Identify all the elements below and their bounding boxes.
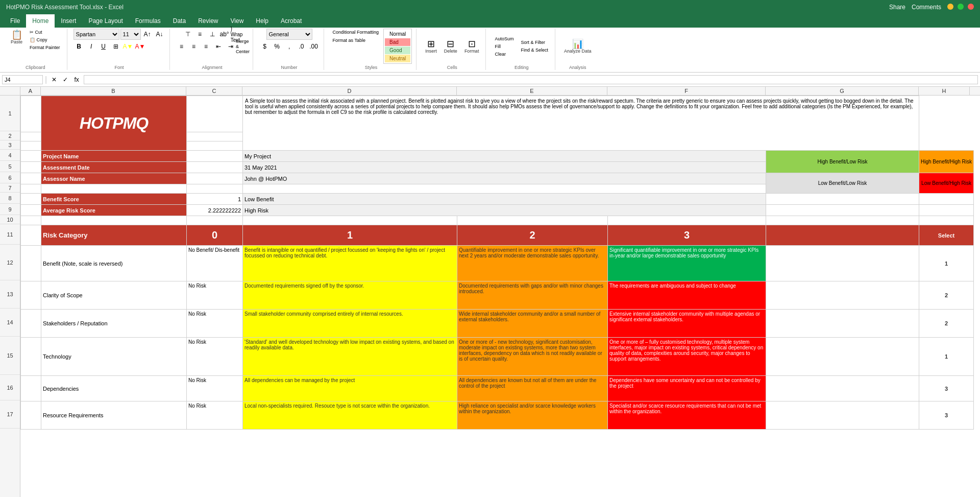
close-button[interactable] — [968, 4, 974, 10]
cell-f10[interactable] — [608, 216, 766, 225]
cell-a13[interactable] — [21, 281, 41, 310]
cell-g6[interactable]: Low Benefit/Low Risk — [766, 173, 919, 194]
cell-a9[interactable] — [21, 205, 41, 216]
cell-a2[interactable] — [21, 132, 41, 141]
cell-h8[interactable] — [919, 194, 974, 205]
cell-a11[interactable] — [21, 225, 41, 246]
tab-review[interactable]: Review — [192, 14, 224, 28]
italic-button[interactable]: I — [86, 41, 97, 52]
cell-c10[interactable] — [187, 216, 243, 225]
cell-b6[interactable]: Assessor Name — [41, 173, 187, 184]
cell-h9[interactable] — [919, 205, 974, 216]
bold-button[interactable]: B — [74, 41, 85, 52]
font-size-select[interactable]: 11 — [120, 29, 141, 40]
font-color-button[interactable]: A▼ — [135, 41, 146, 52]
cell-b8[interactable]: Benefit Score — [41, 194, 187, 205]
cell-a1[interactable] — [21, 96, 41, 132]
cell-c15[interactable]: No Risk — [187, 338, 243, 376]
copy-button[interactable]: 📋 Copy — [27, 36, 63, 43]
cell-d4[interactable]: My Project — [243, 151, 766, 162]
tab-page-layout[interactable]: Page Layout — [82, 14, 129, 28]
cell-a5[interactable] — [21, 162, 41, 173]
row-header-5[interactable]: 5 — [0, 161, 20, 172]
cell-d5[interactable]: 31 May 2021 — [243, 162, 766, 173]
cell-g4[interactable]: High Benefit/Low Risk — [766, 151, 919, 173]
cut-button[interactable]: ✂ Cut — [27, 29, 63, 36]
col-header-a[interactable]: A — [20, 87, 41, 95]
cell-b7[interactable] — [41, 184, 187, 194]
fill-color-button[interactable]: A▼ — [122, 41, 134, 52]
format-painter-button[interactable]: Format Painter — [27, 44, 63, 51]
cell-a17[interactable] — [21, 401, 41, 430]
align-top-button[interactable]: ⊤ — [182, 29, 193, 40]
col-header-e[interactable]: E — [457, 87, 607, 95]
cell-a6[interactable] — [21, 173, 41, 184]
cell-d15[interactable]: 'Standard' and well developed technology… — [243, 338, 457, 376]
tab-help[interactable]: Help — [250, 14, 275, 28]
cell-g11[interactable] — [766, 225, 919, 246]
cell-c13[interactable]: No Risk — [187, 281, 243, 310]
orientation-button[interactable]: ab° — [219, 29, 230, 40]
analyze-data-button[interactable]: 📊 Analyze Data — [561, 38, 594, 55]
cell-a12[interactable] — [21, 246, 41, 281]
row-header-9[interactable]: 9 — [0, 204, 20, 215]
comma-button[interactable]: , — [284, 41, 295, 52]
formula-input[interactable] — [84, 75, 978, 84]
row-header-8[interactable]: 8 — [0, 193, 20, 204]
tab-data[interactable]: Data — [167, 14, 192, 28]
insert-function-button[interactable]: fx — [71, 75, 82, 85]
cell-c8[interactable]: 1 — [187, 194, 243, 205]
style-bad[interactable]: Bad — [385, 38, 410, 46]
cell-c14[interactable]: No Risk — [187, 310, 243, 338]
cell-g12[interactable] — [766, 246, 919, 281]
tab-file[interactable]: File — [4, 14, 26, 28]
cell-g13[interactable] — [766, 281, 919, 310]
style-good[interactable]: Good — [385, 46, 410, 54]
cell-d14[interactable]: Small stakeholder community comprised en… — [243, 310, 457, 338]
grid-scroll[interactable]: HOTPMQ A Simple tool to assess the initi… — [20, 96, 980, 497]
maximize-button[interactable] — [958, 4, 964, 10]
cell-b4[interactable]: Project Name — [41, 151, 187, 162]
cancel-formula-button[interactable]: ✕ — [49, 75, 59, 85]
cell-e12[interactable]: Quantifiable improvement in one or more … — [457, 246, 608, 281]
cell-c1[interactable] — [187, 96, 243, 132]
align-middle-button[interactable]: ≡ — [194, 29, 206, 40]
cell-e15[interactable]: One or more of - new technology, signifi… — [457, 338, 608, 376]
cell-b14[interactable]: Stakeholders / Reputation — [41, 310, 187, 338]
cell-f14[interactable]: Extensive internal stakeholder community… — [608, 310, 766, 338]
cell-c9[interactable]: 2.222222222 — [187, 205, 243, 216]
number-format-select[interactable]: General — [266, 29, 312, 40]
cell-b5[interactable]: Assessment Date — [41, 162, 187, 173]
col-header-f[interactable]: F — [607, 87, 766, 95]
cell-c3[interactable] — [187, 141, 243, 150]
format-as-table-button[interactable]: Format as Table — [330, 37, 382, 44]
cell-h10[interactable] — [919, 216, 974, 225]
cell-c5[interactable] — [187, 162, 243, 173]
cell-b10[interactable] — [41, 216, 187, 225]
row-header-12[interactable]: 12 — [0, 245, 20, 280]
cell-b15[interactable]: Technology — [41, 338, 187, 376]
find-select-button[interactable]: Find & Select — [518, 46, 551, 54]
row-header-15[interactable]: 15 — [0, 337, 20, 375]
cell-a16[interactable] — [21, 376, 41, 401]
cell-e17[interactable]: High reliance on specialist and/or scarc… — [457, 401, 608, 430]
row-header-17[interactable]: 17 — [0, 400, 20, 429]
cell-d17[interactable]: Local non-specialists required. Resouce … — [243, 401, 457, 430]
cell-e10[interactable] — [457, 216, 608, 225]
col-header-g[interactable]: G — [766, 87, 919, 95]
cell-g17[interactable] — [766, 401, 919, 430]
cell-a4[interactable] — [21, 151, 41, 162]
cell-d7[interactable] — [243, 184, 766, 194]
clear-button[interactable]: Clear — [492, 51, 516, 58]
sort-filter-button[interactable]: Sort & Filter — [518, 39, 551, 46]
align-bottom-button[interactable]: ⊥ — [207, 29, 218, 40]
cell-d10[interactable] — [243, 216, 457, 225]
cell-c2[interactable] — [187, 132, 243, 141]
cell-g8[interactable] — [766, 194, 919, 205]
cell-b16[interactable]: Dependencies — [41, 376, 187, 401]
cell-d13[interactable]: Documented requirements signed off by th… — [243, 281, 457, 310]
cell-f15[interactable]: One or more of – fully customised techno… — [608, 338, 766, 376]
cell-h12[interactable]: 1 — [919, 246, 974, 281]
paste-button[interactable]: 📋 Paste — [8, 29, 25, 46]
align-right-button[interactable]: ≡ — [201, 41, 212, 52]
